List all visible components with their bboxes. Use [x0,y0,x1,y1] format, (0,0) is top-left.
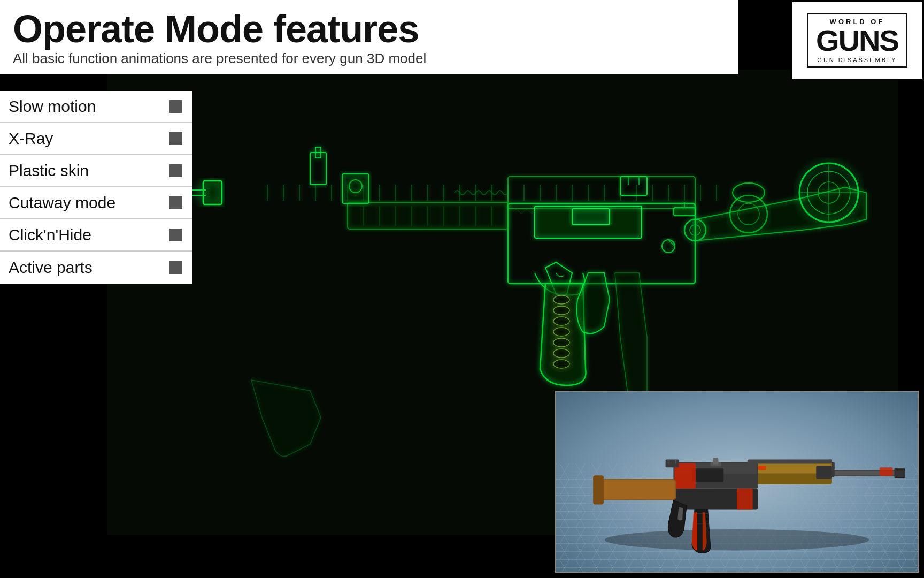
feature-label: Active parts [9,258,93,277]
svg-point-38 [553,295,569,304]
svg-rect-94 [713,458,719,465]
svg-rect-107 [816,466,832,479]
header-bar: Operate Mode features All basic function… [0,0,738,74]
logo-border: WORLD OF GUNS GUN DISASSEMBLY [807,13,907,68]
logo-guns: GUNS [816,26,898,56]
svg-point-43 [553,349,569,358]
svg-rect-105 [758,466,766,470]
svg-rect-98 [737,489,753,510]
svg-rect-74 [572,209,610,225]
svg-rect-72 [342,174,369,203]
feature-square-icon [169,229,182,241]
inset-gun-photo [555,391,919,573]
logo-box: WORLD OF GUNS GUN DISASSEMBLY [790,0,924,80]
svg-rect-95 [692,468,723,482]
feature-label: Slow motion [9,97,96,116]
feature-label: Plastic skin [9,162,89,180]
feature-square-icon [169,132,182,145]
page-subtitle: All basic function animations are presen… [13,50,725,67]
feature-square-icon [169,164,182,177]
feature-list: Slow motionX-RayPlastic skinCutaway mode… [0,91,192,284]
svg-rect-101 [593,475,604,504]
feature-item-0: Slow motion [0,91,192,123]
svg-rect-69 [203,181,222,204]
inset-background [556,392,918,572]
svg-point-80 [605,529,869,551]
feature-square-icon [169,100,182,113]
feature-label: X-Ray [9,130,53,148]
svg-point-42 [553,338,569,347]
svg-point-40 [553,317,569,325]
svg-point-41 [553,328,569,336]
feature-square-icon [169,261,182,274]
svg-rect-108 [880,467,893,476]
feature-item-2: Plastic skin [0,155,192,187]
logo-tagline: GUN DISASSEMBLY [817,57,897,63]
page-title: Operate Mode features [13,10,725,48]
feature-item-5: Active parts [0,252,192,284]
feature-item-1: X-Ray [0,123,192,155]
feature-item-4: Click'n'Hide [0,219,192,252]
feature-label: Cutaway mode [9,194,116,212]
feature-label: Click'n'Hide [9,226,91,244]
svg-point-39 [553,306,569,315]
svg-rect-106 [748,459,832,463]
svg-point-44 [553,360,569,368]
feature-item-3: Cutaway mode [0,187,192,219]
feature-square-icon [169,196,182,209]
svg-rect-102 [666,459,679,467]
svg-rect-100 [600,480,675,499]
svg-rect-75 [674,208,695,216]
